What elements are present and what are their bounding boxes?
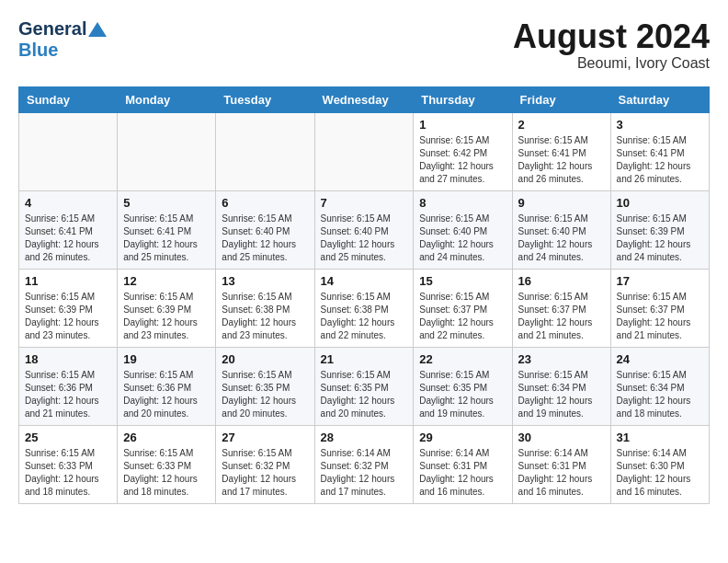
day-info: Sunrise: 6:15 AM Sunset: 6:37 PM Dayligh… (419, 291, 506, 342)
calendar-cell: 9Sunrise: 6:15 AM Sunset: 6:40 PM Daylig… (512, 190, 610, 269)
day-number: 20 (222, 352, 308, 366)
day-info: Sunrise: 6:15 AM Sunset: 6:35 PM Dayligh… (419, 369, 506, 420)
day-number: 5 (123, 196, 210, 210)
logo-general-text: General (18, 18, 86, 40)
calendar-cell: 28Sunrise: 6:14 AM Sunset: 6:32 PM Dayli… (314, 425, 414, 503)
day-number: 30 (518, 431, 605, 444)
day-number: 25 (25, 431, 111, 444)
day-info: Sunrise: 6:15 AM Sunset: 6:34 PM Dayligh… (617, 369, 703, 420)
day-info: Sunrise: 6:15 AM Sunset: 6:41 PM Dayligh… (123, 213, 210, 264)
day-number: 24 (617, 352, 703, 366)
day-number: 28 (321, 431, 408, 444)
day-info: Sunrise: 6:14 AM Sunset: 6:31 PM Dayligh… (419, 447, 506, 499)
calendar-cell: 23Sunrise: 6:15 AM Sunset: 6:34 PM Dayli… (512, 347, 610, 425)
logo: General Blue (18, 18, 107, 61)
day-info: Sunrise: 6:15 AM Sunset: 6:38 PM Dayligh… (222, 291, 308, 342)
calendar-cell: 11Sunrise: 6:15 AM Sunset: 6:39 PM Dayli… (19, 269, 118, 347)
day-info: Sunrise: 6:15 AM Sunset: 6:40 PM Dayligh… (518, 213, 605, 264)
calendar-cell: 8Sunrise: 6:15 AM Sunset: 6:40 PM Daylig… (414, 190, 512, 269)
calendar-cell: 16Sunrise: 6:15 AM Sunset: 6:37 PM Dayli… (512, 269, 610, 347)
calendar-cell: 29Sunrise: 6:14 AM Sunset: 6:31 PM Dayli… (414, 425, 512, 503)
day-info: Sunrise: 6:15 AM Sunset: 6:33 PM Dayligh… (123, 447, 210, 499)
calendar-cell: 24Sunrise: 6:15 AM Sunset: 6:34 PM Dayli… (610, 347, 709, 425)
page-header: General Blue August 2024 Beoumi, Ivory C… (18, 18, 710, 72)
day-info: Sunrise: 6:15 AM Sunset: 6:41 PM Dayligh… (518, 134, 605, 186)
calendar-cell: 13Sunrise: 6:15 AM Sunset: 6:38 PM Dayli… (216, 269, 314, 347)
day-number: 6 (222, 196, 308, 210)
day-info: Sunrise: 6:15 AM Sunset: 6:33 PM Dayligh… (25, 447, 111, 499)
weekday-header: Saturday (610, 86, 709, 112)
day-info: Sunrise: 6:14 AM Sunset: 6:30 PM Dayligh… (617, 447, 703, 499)
svg-marker-0 (88, 22, 107, 37)
calendar-cell: 22Sunrise: 6:15 AM Sunset: 6:35 PM Dayli… (414, 347, 512, 425)
calendar-table: SundayMondayTuesdayWednesdayThursdayFrid… (18, 86, 710, 504)
day-info: Sunrise: 6:15 AM Sunset: 6:41 PM Dayligh… (617, 134, 703, 186)
day-number: 22 (419, 352, 506, 366)
calendar-cell (19, 112, 118, 190)
calendar-cell: 4Sunrise: 6:15 AM Sunset: 6:41 PM Daylig… (19, 190, 118, 269)
calendar-cell: 3Sunrise: 6:15 AM Sunset: 6:41 PM Daylig… (610, 112, 709, 190)
calendar-cell: 18Sunrise: 6:15 AM Sunset: 6:36 PM Dayli… (19, 347, 118, 425)
day-number: 21 (321, 352, 408, 366)
calendar-cell: 27Sunrise: 6:15 AM Sunset: 6:32 PM Dayli… (216, 425, 314, 503)
logo-icon (88, 20, 107, 39)
calendar-cell: 21Sunrise: 6:15 AM Sunset: 6:35 PM Dayli… (314, 347, 414, 425)
title-area: August 2024 Beoumi, Ivory Coast (513, 18, 710, 72)
calendar-cell: 31Sunrise: 6:14 AM Sunset: 6:30 PM Dayli… (610, 425, 709, 503)
calendar-cell: 17Sunrise: 6:15 AM Sunset: 6:37 PM Dayli… (610, 269, 709, 347)
day-number: 1 (419, 118, 506, 132)
calendar-week-row: 4Sunrise: 6:15 AM Sunset: 6:41 PM Daylig… (19, 190, 710, 269)
day-number: 7 (321, 196, 408, 210)
calendar-cell: 15Sunrise: 6:15 AM Sunset: 6:37 PM Dayli… (414, 269, 512, 347)
calendar-cell: 2Sunrise: 6:15 AM Sunset: 6:41 PM Daylig… (512, 112, 610, 190)
calendar-cell: 26Sunrise: 6:15 AM Sunset: 6:33 PM Dayli… (118, 425, 216, 503)
day-number: 14 (321, 274, 408, 288)
day-info: Sunrise: 6:15 AM Sunset: 6:34 PM Dayligh… (518, 369, 605, 420)
day-number: 29 (419, 431, 506, 444)
day-info: Sunrise: 6:15 AM Sunset: 6:35 PM Dayligh… (321, 369, 408, 420)
weekday-header: Monday (118, 86, 216, 112)
day-info: Sunrise: 6:15 AM Sunset: 6:41 PM Dayligh… (25, 213, 111, 264)
calendar-cell: 12Sunrise: 6:15 AM Sunset: 6:39 PM Dayli… (118, 269, 216, 347)
day-number: 26 (123, 431, 210, 444)
day-number: 10 (617, 196, 703, 210)
day-info: Sunrise: 6:15 AM Sunset: 6:40 PM Dayligh… (222, 213, 308, 264)
day-number: 19 (123, 352, 210, 366)
day-info: Sunrise: 6:15 AM Sunset: 6:36 PM Dayligh… (25, 369, 111, 420)
calendar-cell (216, 112, 314, 190)
day-info: Sunrise: 6:14 AM Sunset: 6:31 PM Dayligh… (518, 447, 605, 499)
day-number: 11 (25, 274, 111, 288)
calendar-cell (118, 112, 216, 190)
calendar-cell: 5Sunrise: 6:15 AM Sunset: 6:41 PM Daylig… (118, 190, 216, 269)
day-info: Sunrise: 6:15 AM Sunset: 6:38 PM Dayligh… (321, 291, 408, 342)
calendar-cell: 1Sunrise: 6:15 AM Sunset: 6:42 PM Daylig… (414, 112, 512, 190)
calendar-cell: 7Sunrise: 6:15 AM Sunset: 6:40 PM Daylig… (314, 190, 414, 269)
day-info: Sunrise: 6:15 AM Sunset: 6:39 PM Dayligh… (25, 291, 111, 342)
day-number: 9 (518, 196, 605, 210)
month-title: August 2024 (513, 18, 710, 55)
day-info: Sunrise: 6:15 AM Sunset: 6:42 PM Dayligh… (419, 134, 506, 186)
day-info: Sunrise: 6:15 AM Sunset: 6:39 PM Dayligh… (617, 213, 703, 264)
day-info: Sunrise: 6:15 AM Sunset: 6:32 PM Dayligh… (222, 447, 308, 499)
day-number: 4 (25, 196, 111, 210)
day-number: 17 (617, 274, 703, 288)
day-info: Sunrise: 6:15 AM Sunset: 6:36 PM Dayligh… (123, 369, 210, 420)
day-number: 31 (617, 431, 703, 444)
day-number: 27 (222, 431, 308, 444)
day-info: Sunrise: 6:15 AM Sunset: 6:37 PM Dayligh… (518, 291, 605, 342)
calendar-week-row: 25Sunrise: 6:15 AM Sunset: 6:33 PM Dayli… (19, 425, 710, 503)
day-number: 15 (419, 274, 506, 288)
weekday-header: Sunday (19, 86, 118, 112)
weekday-header: Tuesday (216, 86, 314, 112)
calendar-cell: 19Sunrise: 6:15 AM Sunset: 6:36 PM Dayli… (118, 347, 216, 425)
logo-blue-text: Blue (18, 40, 58, 61)
calendar-cell: 10Sunrise: 6:15 AM Sunset: 6:39 PM Dayli… (610, 190, 709, 269)
day-info: Sunrise: 6:15 AM Sunset: 6:37 PM Dayligh… (617, 291, 703, 342)
day-number: 13 (222, 274, 308, 288)
day-info: Sunrise: 6:15 AM Sunset: 6:35 PM Dayligh… (222, 369, 308, 420)
calendar-cell: 14Sunrise: 6:15 AM Sunset: 6:38 PM Dayli… (314, 269, 414, 347)
calendar-week-row: 11Sunrise: 6:15 AM Sunset: 6:39 PM Dayli… (19, 269, 710, 347)
day-info: Sunrise: 6:15 AM Sunset: 6:40 PM Dayligh… (321, 213, 408, 264)
day-number: 3 (617, 118, 703, 132)
day-number: 2 (518, 118, 605, 132)
